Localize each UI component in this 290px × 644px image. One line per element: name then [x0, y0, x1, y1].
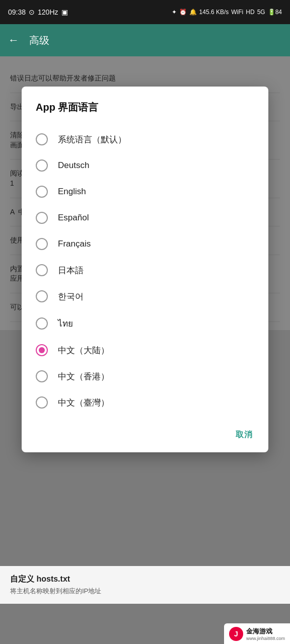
radio-label-9: 中文（香港）: [58, 371, 109, 382]
watermark-info: 金海游戏 www.jinhai888.com: [246, 626, 285, 641]
language-option-4[interactable]: Français: [36, 231, 254, 257]
hd-icon: HD: [246, 9, 254, 16]
radio-label-8: 中文（大陆）: [58, 345, 109, 356]
radio-circle-7: [36, 317, 48, 330]
radio-circle-4: [36, 238, 48, 250]
cancel-button[interactable]: 取消: [234, 426, 254, 444]
language-dialog: App 界面语言 系统语言（默认）DeutschEnglishEspañolFr…: [22, 87, 268, 452]
radio-label-7: ไทย: [58, 316, 73, 330]
bell-icon: 🔔: [189, 9, 197, 16]
record-icon: ▣: [61, 8, 68, 16]
signal-icon: ⊙: [29, 8, 35, 16]
language-option-3[interactable]: Español: [36, 205, 254, 231]
radio-label-2: English: [58, 187, 86, 197]
language-option-8[interactable]: 中文（大陆）: [36, 337, 254, 363]
bottom-description: 将主机名称映射到相应的IP地址: [10, 587, 280, 596]
radio-label-4: Français: [58, 239, 91, 249]
language-option-2[interactable]: English: [36, 179, 254, 205]
speed-indicator: 145.6 KB/s: [199, 9, 229, 16]
language-option-9[interactable]: 中文（香港）: [36, 363, 254, 389]
radio-label-0: 系统语言（默认）: [58, 134, 126, 145]
language-option-1[interactable]: Deutsch: [36, 152, 254, 179]
language-option-0[interactable]: 系统语言（默认）: [36, 126, 254, 152]
language-option-5[interactable]: 日本語: [36, 257, 254, 283]
status-bar: 09:38 ⊙ 120Hz ▣ ✦ ⏰ 🔔 145.6 KB/s WiFi HD…: [0, 0, 290, 24]
radio-circle-8: [36, 344, 48, 356]
app-bar: ← 高级: [0, 24, 290, 56]
network-5g-icon: 5G: [257, 9, 265, 16]
radio-label-6: 한국어: [58, 291, 84, 302]
bluetooth-icon: ✦: [172, 9, 177, 16]
radio-circle-0: [36, 133, 48, 145]
radio-label-3: Español: [58, 213, 89, 223]
time-display: 09:38: [8, 8, 26, 16]
dialog-title: App 界面语言: [36, 101, 254, 114]
dialog-actions: 取消: [36, 418, 254, 452]
radio-circle-3: [36, 212, 48, 224]
hz-indicator: 120Hz: [38, 8, 58, 16]
watermark: J 金海游戏 www.jinhai888.com: [224, 623, 290, 644]
radio-label-10: 中文（臺灣）: [58, 397, 109, 409]
dialog-overlay: App 界面语言 系统语言（默认）DeutschEnglishEspañolFr…: [0, 56, 290, 644]
language-option-10[interactable]: 中文（臺灣）: [36, 389, 254, 416]
page-title: 高级: [29, 34, 49, 47]
back-button[interactable]: ←: [8, 34, 19, 47]
alarm-icon: ⏰: [179, 9, 187, 16]
watermark-logo: J: [229, 627, 243, 641]
radio-label-1: Deutsch: [58, 160, 89, 171]
radio-circle-2: [36, 186, 48, 198]
radio-circle-5: [36, 264, 48, 276]
wifi-icon: WiFi: [231, 9, 243, 16]
language-option-7[interactable]: ไทย: [36, 309, 254, 337]
radio-circle-10: [36, 396, 48, 409]
status-right: ✦ ⏰ 🔔 145.6 KB/s WiFi HD 5G 🔋84: [172, 9, 282, 16]
radio-circle-9: [36, 370, 48, 382]
status-left: 09:38 ⊙ 120Hz ▣: [8, 8, 68, 16]
language-option-list: 系统语言（默认）DeutschEnglishEspañolFrançais日本語…: [36, 126, 254, 416]
watermark-url: www.jinhai888.com: [246, 636, 285, 641]
bottom-content: 自定义 hosts.txt 将主机名称映射到相应的IP地址: [0, 566, 290, 604]
battery-icon: 🔋84: [268, 9, 282, 16]
bottom-title: 自定义 hosts.txt: [10, 574, 280, 585]
watermark-name: 金海游戏: [246, 627, 272, 635]
language-option-6[interactable]: 한국어: [36, 283, 254, 309]
radio-circle-1: [36, 159, 48, 172]
radio-label-5: 日本語: [58, 265, 84, 276]
radio-circle-6: [36, 290, 48, 302]
